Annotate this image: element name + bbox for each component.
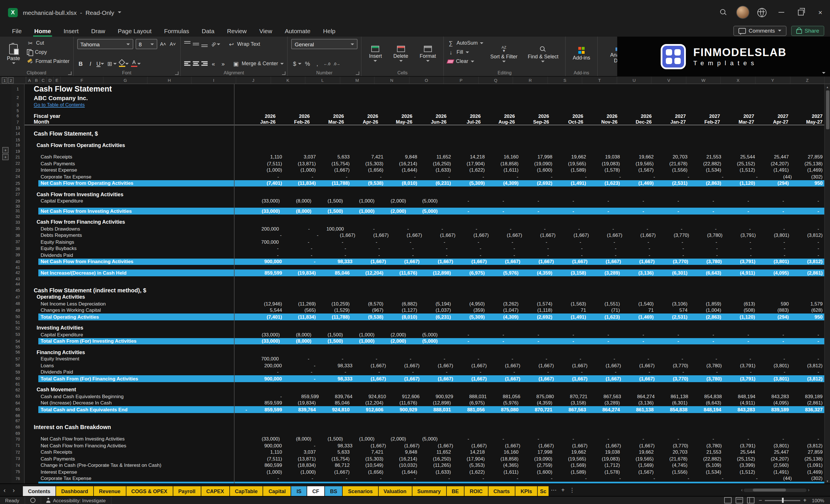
align-right-icon[interactable] <box>201 62 208 65</box>
font-name-combo[interactable]: Tahoma <box>77 39 133 49</box>
sheet-tab-bs[interactable]: BS <box>325 486 342 496</box>
row-header[interactable]: 13 <box>11 125 25 130</box>
column-header-M[interactable]: M <box>340 77 375 84</box>
column-header-F[interactable]: F <box>61 77 103 84</box>
table-of-contents-link[interactable]: Go to Table of Contents <box>25 102 244 107</box>
row-header[interactable]: 70 <box>11 436 25 442</box>
accounting-format-button[interactable]: $ <box>291 59 301 68</box>
column-header-Y[interactable]: Y <box>756 77 790 84</box>
row-header[interactable]: 19 <box>11 149 25 154</box>
row-header[interactable]: 44 <box>11 281 25 286</box>
row-header[interactable]: 32 <box>11 214 25 219</box>
row-header[interactable]: 53 <box>11 331 25 338</box>
column-header-H[interactable]: H <box>148 77 192 84</box>
cut-button[interactable]: ✂Cut <box>27 39 69 47</box>
row-header[interactable]: 54 <box>11 338 25 344</box>
row-header[interactable]: 31 <box>11 208 25 214</box>
orientation-button[interactable]: ab <box>210 40 220 48</box>
clear-button[interactable]: Clear <box>447 57 483 65</box>
row-header[interactable]: 15 <box>11 137 25 142</box>
delete-cells-button[interactable]: Delete <box>389 39 412 69</box>
column-header-Q[interactable]: Q <box>478 77 513 84</box>
insert-cells-button[interactable]: Insert <box>365 39 386 69</box>
row-header[interactable]: 50 <box>11 314 25 320</box>
ribbon-tab-draw[interactable]: Draw <box>85 25 111 37</box>
row-header[interactable]: 61 <box>11 382 25 386</box>
find-select-button[interactable]: Find & Select <box>524 39 562 69</box>
sheet-tab-charts[interactable]: Charts <box>488 486 515 496</box>
sheet-nav-left-button[interactable]: ‹ <box>0 484 9 496</box>
column-header-Z[interactable]: Z <box>790 77 825 84</box>
align-center-icon[interactable] <box>192 62 199 65</box>
row-header[interactable]: 68 <box>11 423 25 431</box>
column-header-U[interactable]: U <box>617 77 652 84</box>
row-header[interactable]: 47 <box>11 294 25 300</box>
italic-button[interactable]: I <box>87 59 94 68</box>
row-header[interactable]: 48 <box>11 300 25 307</box>
column-header-B[interactable]: B <box>33 77 40 84</box>
row-header[interactable]: 21 <box>11 154 25 160</box>
ribbon-tab-review[interactable]: Review <box>221 25 253 37</box>
row-header[interactable]: 1 <box>11 84 25 94</box>
ribbon-tab-page-layout[interactable]: Page Layout <box>111 25 158 37</box>
row-header[interactable]: 7 <box>11 119 25 125</box>
hscroll-left-arrow[interactable]: ‹ <box>741 487 742 493</box>
column-header-R[interactable]: R <box>513 77 548 84</box>
presence-button[interactable] <box>752 0 772 25</box>
vertical-scrollbar[interactable]: ▲ ▼ <box>824 84 830 483</box>
sheet-tab-scenarios[interactable]: Scenarios <box>343 486 378 496</box>
column-header-N[interactable]: N <box>375 77 409 84</box>
autosum-button[interactable]: ∑AutoSum <box>447 39 483 47</box>
row-header[interactable]: 72 <box>11 449 25 455</box>
addins-button[interactable]: Add-ins <box>569 39 594 69</box>
sheet-tab-sc[interactable]: Sc <box>538 486 549 496</box>
title-chevron-down-icon[interactable] <box>118 11 121 13</box>
row-header[interactable]: 37 <box>11 239 25 245</box>
row-header[interactable]: 29 <box>11 198 25 204</box>
column-header-X[interactable]: X <box>721 77 756 84</box>
grow-font-button[interactable]: A˄ <box>159 40 167 48</box>
row-header[interactable]: 40 <box>11 258 25 265</box>
row-header[interactable]: 43 <box>11 276 25 281</box>
format-cells-button[interactable]: Format <box>416 39 440 69</box>
more-sheets-button[interactable]: ⋯ <box>549 484 558 496</box>
row-header[interactable]: 23 <box>11 167 25 174</box>
comments-button[interactable]: Comments <box>733 26 786 36</box>
row-header[interactable]: 75 <box>11 469 25 475</box>
zoom-out-button[interactable]: − <box>759 497 762 503</box>
alignment-dialog-launcher[interactable] <box>282 71 285 75</box>
row-header[interactable]: 66 <box>11 413 25 418</box>
row-header[interactable]: 42 <box>11 270 25 276</box>
sheet-tab-be[interactable]: BE <box>446 486 464 496</box>
row-header[interactable]: 30 <box>11 204 25 208</box>
sheet-tab-summary[interactable]: Summary <box>412 486 446 496</box>
row-header[interactable]: 36 <box>11 232 25 239</box>
row-header[interactable]: 52 <box>11 325 25 331</box>
sheet-nav-right-button[interactable]: › <box>9 484 18 496</box>
column-header-E[interactable]: E <box>54 77 61 84</box>
row-header[interactable]: 59 <box>11 369 25 375</box>
row-header[interactable]: 2 <box>11 94 25 101</box>
row-header[interactable]: 74 <box>11 462 25 469</box>
number-format-combo[interactable]: General <box>291 39 357 49</box>
borders-button[interactable]: ⊞ <box>106 59 117 68</box>
row-header[interactable]: 73 <box>11 455 25 462</box>
column-header-J[interactable]: J <box>236 77 271 84</box>
row-header[interactable]: 77 <box>11 482 25 483</box>
row-header[interactable]: 51 <box>11 320 25 325</box>
font-color-button[interactable]: A <box>131 59 141 68</box>
document-title[interactable]: mechanical-bull.xlsx - Read-Only <box>23 9 121 16</box>
row-header[interactable]: 26 <box>11 187 25 191</box>
search-button[interactable] <box>713 0 733 25</box>
account-button[interactable] <box>733 0 752 25</box>
ribbon-tab-home[interactable]: Home <box>28 25 57 37</box>
sheet-tab-valuation[interactable]: Valuation <box>378 486 412 496</box>
row-header[interactable]: 22 <box>11 160 25 167</box>
row-header[interactable]: 14 <box>11 130 25 137</box>
ribbon-tab-formulas[interactable]: Formulas <box>158 25 196 37</box>
paste-button[interactable]: Paste <box>3 39 24 69</box>
close-button[interactable]: × <box>810 0 830 25</box>
row-header[interactable]: 25 <box>11 180 25 187</box>
fill-color-button[interactable] <box>119 59 129 68</box>
row-header[interactable]: 49 <box>11 307 25 314</box>
